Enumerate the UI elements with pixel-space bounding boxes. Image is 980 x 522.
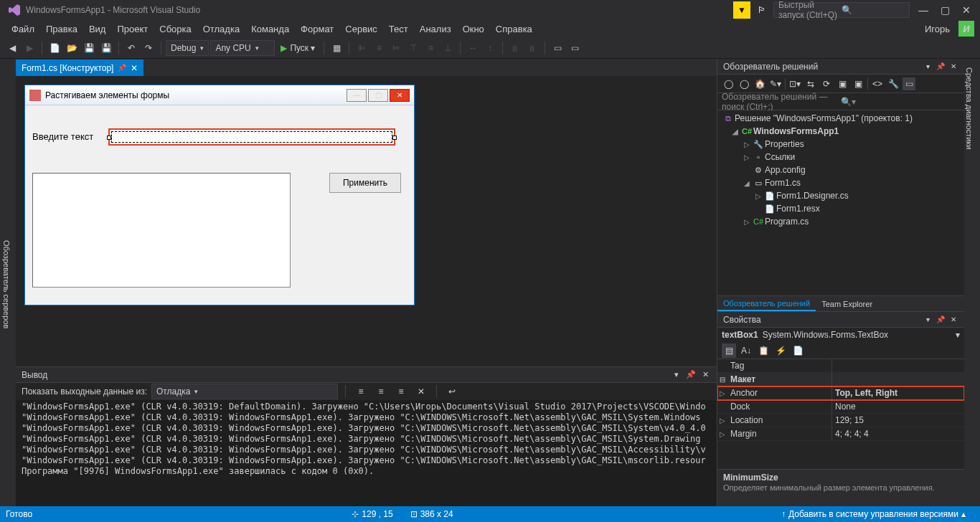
menu-edit[interactable]: Правка [40,24,83,34]
order-icon[interactable]: ▭ [567,40,583,56]
menu-debug[interactable]: Отладка [197,24,245,34]
output-text[interactable]: "WindowsFormsApp1.exe" (CLR v4.0.30319: … [16,400,717,506]
user-name[interactable]: Игорь [919,24,956,34]
form-label[interactable]: Введите текст [32,131,93,142]
user-badge[interactable]: И [958,21,974,37]
prop-value[interactable]: None [831,400,964,413]
config-dropdown[interactable]: Debug [166,40,209,56]
output-tool-icon[interactable]: ≡ [393,384,409,399]
categorized-icon[interactable]: ▤ [722,343,736,358]
rail-diagnostics[interactable]: Средства диагностики [963,63,975,153]
close-button[interactable]: ✕ [956,1,977,19]
prop-name[interactable]: Margin [727,429,831,439]
tree-appconfig[interactable]: ⚙App.config [717,163,964,176]
winforms-form[interactable]: Растягиваем элементы формы — ▢ ✕ Введите… [24,85,415,305]
notification-icon[interactable]: ▼ [733,1,750,19]
tree-properties[interactable]: ▷🔧Properties [717,138,964,151]
menu-team[interactable]: Команда [245,24,295,34]
sizing-icon[interactable]: ↔ [465,40,481,56]
alphabetical-icon[interactable]: A↓ [739,343,753,358]
save-all-icon[interactable]: 💾 [98,40,114,56]
prop-value[interactable]: 4; 4; 4; 4 [831,427,964,440]
refresh-icon[interactable]: ⟳ [820,77,833,90]
layout-icon[interactable]: ▦ [329,40,344,56]
close-icon[interactable]: ✕ [948,62,958,70]
menu-tools[interactable]: Сервис [339,24,383,34]
menu-view[interactable]: Вид [83,24,112,34]
spacing-icon[interactable]: ⫼ [524,40,540,56]
back-icon[interactable]: ◯ [722,77,735,90]
menu-file[interactable]: Файл [6,24,40,34]
align-middle-icon[interactable]: ≡ [423,40,438,56]
tab-solution-explorer[interactable]: Обозреватель решений [717,296,816,311]
quick-launch-input[interactable]: Быстрый запуск (Ctrl+Q) 🔍 [773,2,910,18]
form-textbox-selected[interactable] [108,128,395,146]
menu-window[interactable]: Окно [457,24,490,34]
events-icon[interactable]: ⚡ [773,343,788,358]
minimize-button[interactable]: — [913,1,934,19]
pin-icon[interactable]: 📌 [936,62,946,70]
tree-program[interactable]: ▷C#Program.cs [717,215,964,228]
scope-icon[interactable]: ⊡▾ [788,77,801,90]
prop-name[interactable]: Location [727,415,831,425]
code-icon[interactable]: <> [871,77,884,90]
menu-project[interactable]: Проект [111,24,154,34]
align-left-icon[interactable]: ⊫ [354,40,369,56]
align-bottom-icon[interactable]: ⊥ [440,40,456,56]
tab-team-explorer[interactable]: Team Explorer [816,296,878,311]
close-icon[interactable]: ✕ [948,315,958,323]
property-grid[interactable]: Tag⊟Макет▷AnchorTop, Left, RightDockNone… [717,359,964,469]
menu-build[interactable]: Сборка [154,24,197,34]
pin-icon[interactable]: 📌 [118,64,126,72]
menu-test[interactable]: Тест [383,24,414,34]
tree-form1-designer[interactable]: ▷📄Form1.Designer.cs [717,189,964,202]
solution-tree[interactable]: ⧉Решение "WindowsFormsApp1" (проектов: 1… [717,110,964,295]
prop-name[interactable]: Anchor [727,388,831,398]
redo-icon[interactable]: ↷ [141,40,156,56]
form-body[interactable]: Введите текст Применить [25,105,414,305]
prop-value[interactable] [831,359,964,372]
menu-help[interactable]: Справка [490,24,538,34]
preview-icon[interactable]: ▭ [903,77,915,90]
tree-project[interactable]: ◢C#WindowsFormsApp1 [717,125,964,138]
dropdown-icon[interactable]: ▾ [923,62,933,70]
new-project-icon[interactable]: 📄 [47,40,62,56]
menu-format[interactable]: Формат [295,24,339,34]
tree-form1[interactable]: ◢▭Form1.cs [717,176,964,189]
properties-icon[interactable]: 📋 [756,343,771,358]
sync-icon[interactable]: ⇆ [804,77,817,90]
form-textarea[interactable] [32,173,291,288]
align-right-icon[interactable]: ⊨ [388,40,404,56]
dropdown-icon[interactable]: ▾ [923,315,933,323]
home-icon[interactable]: 🏠 [753,77,766,90]
maximize-button[interactable]: ▢ [934,1,956,19]
output-tool-icon[interactable]: ≡ [353,384,369,399]
pin-icon[interactable]: 📌 [685,370,697,379]
rail-server-explorer[interactable]: Обозреватель серверов [0,63,13,506]
output-clear-icon[interactable]: ✕ [413,384,429,399]
properties-object[interactable]: textBox1 System.Windows.Forms.TextBox ▾ [717,328,964,342]
close-icon[interactable]: ✕ [699,370,711,379]
pencil-icon[interactable]: ✎▾ [769,77,782,90]
save-icon[interactable]: 💾 [81,40,97,56]
menu-analyze[interactable]: Анализ [414,24,457,34]
output-tool-icon[interactable]: ≡ [373,384,389,399]
form-apply-button[interactable]: Применить [329,173,401,193]
prop-value[interactable]: Top, Left, Right [831,386,964,399]
tree-solution-root[interactable]: ⧉Решение "WindowsFormsApp1" (проектов: 1… [717,112,964,125]
show-all-icon[interactable]: ▣ [852,77,864,90]
output-source-dropdown[interactable]: Отладка [151,384,338,399]
nav-back-icon[interactable]: ◀ [4,40,20,56]
fwd-icon[interactable]: ◯ [738,77,750,90]
nav-fwd-icon[interactable]: ▶ [22,40,37,56]
tab-form1-designer[interactable]: Form1.cs [Конструктор] 📌 ✕ [16,60,143,76]
output-wrap-icon[interactable]: ↩ [444,384,460,399]
designer-surface[interactable]: Растягиваем элементы формы — ▢ ✕ Введите… [16,76,717,366]
align-center-icon[interactable]: ≡ [371,40,387,56]
prop-category[interactable]: Макет [727,374,831,384]
spacing-icon[interactable]: ⫼ [507,40,523,56]
status-vcs[interactable]: ↑ Добавить в систему управления версиями… [781,509,966,519]
prop-name[interactable]: Tag [727,361,831,371]
pin-icon[interactable]: 📌 [936,315,946,323]
solution-search-input[interactable]: Обозреватель решений — поиск (Ctrl+;) 🔍▾ [717,93,964,110]
